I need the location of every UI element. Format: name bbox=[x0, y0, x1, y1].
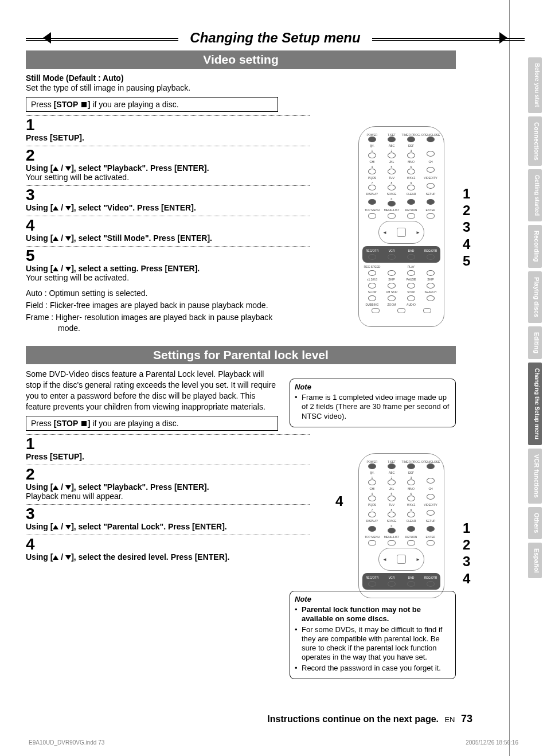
print-footer: E9A10UD_DVR90VG.indd 73 2005/12/26 18:56… bbox=[29, 739, 518, 746]
box1-bold: [STOP bbox=[54, 100, 80, 109]
step-text: Using [ / ], select the desired level. P… bbox=[26, 552, 310, 562]
side-tab[interactable]: Getting started bbox=[528, 169, 542, 221]
footer-file: E9A10UD_DVR90VG.indd 73 bbox=[29, 739, 104, 746]
step-text: Using [ / ], select "Still Mode". Press … bbox=[26, 233, 310, 243]
chevron-left-icon bbox=[43, 32, 51, 44]
page-banner: Changing the Setup menu bbox=[26, 29, 525, 47]
step-number: 5 bbox=[26, 248, 310, 264]
remote-control-diagram-1: POWERT-SETTIMER PROG.OPEN/CLOSE@!.ABCDEF… bbox=[358, 126, 444, 327]
step-number: 2 bbox=[26, 147, 310, 163]
box2-pre: Press bbox=[31, 419, 54, 428]
step-text: Press [SETUP]. bbox=[26, 133, 310, 142]
step-number: 1 bbox=[26, 117, 310, 133]
step-text: Using [ / ], select "Video". Press [ENTE… bbox=[26, 203, 310, 212]
still-mode-desc: Set the type of still image in pausing p… bbox=[26, 83, 456, 93]
box1-post: if you are playing a disc. bbox=[91, 100, 179, 109]
step-number: 3 bbox=[26, 506, 310, 522]
side-tab[interactable]: Playing discs bbox=[528, 271, 542, 323]
side-tab[interactable]: Before you start bbox=[528, 57, 542, 113]
footer-timestamp: 2005/12/26 18:56:16 bbox=[466, 739, 518, 746]
step-text: Using [ / ], select a setting. Press [EN… bbox=[26, 264, 310, 282]
parental-intro: Some DVD-Video discs feature a Parental … bbox=[26, 369, 278, 412]
remote2-callout-left: 4 bbox=[335, 492, 343, 509]
box2-bold: [STOP bbox=[54, 419, 80, 428]
step-number: 4 bbox=[26, 536, 310, 552]
side-tab[interactable]: Changing the Setup menu bbox=[528, 363, 542, 445]
stop-icon bbox=[81, 102, 87, 107]
remote1-callouts: 12345 bbox=[463, 185, 470, 268]
press-stop-box-1: Press [STOP ] if you are playing a disc. bbox=[26, 97, 278, 112]
section-parental-lock: Settings for Parental lock level bbox=[26, 346, 456, 364]
step-text: Using [ / ], select "Playback". Press [E… bbox=[26, 482, 310, 501]
still-mode-heading: Still Mode (Default : Auto) bbox=[26, 73, 456, 83]
step-text: Press [SETUP]. bbox=[26, 452, 310, 461]
note-box-1: Note Frame is 1 completed video image ma… bbox=[290, 379, 456, 427]
step-text: Using [ / ], select "Playback". Press [E… bbox=[26, 163, 310, 182]
side-tab[interactable]: Editing bbox=[528, 326, 542, 359]
press-stop-box-2: Press [STOP ] if you are playing a disc. bbox=[26, 416, 278, 431]
side-tab[interactable]: Recording bbox=[528, 225, 542, 267]
section-video-setting: Video setting bbox=[26, 50, 456, 69]
side-tab[interactable]: VCR functions bbox=[528, 449, 542, 504]
side-tab[interactable]: Español bbox=[528, 543, 542, 579]
still-mode-options: Auto : Optimun setting is selected.Field… bbox=[26, 288, 295, 334]
banner-title: Changing the Setup menu bbox=[178, 30, 372, 46]
step-number: 4 bbox=[26, 217, 310, 233]
remote-control-diagram-2: POWERT-SETTIMER PROG.OPEN/CLOSE@!.ABCDEF… bbox=[358, 453, 444, 598]
note2-title: Note bbox=[295, 595, 451, 603]
side-tabs: Before you startConnectionsGetting start… bbox=[528, 57, 542, 578]
note-item: For some DVDs, it may be difficult to fi… bbox=[295, 625, 451, 663]
box2-post: if you are playing a disc. bbox=[91, 419, 179, 428]
option-line: Frame : Higher- resolution images are pl… bbox=[26, 312, 295, 334]
note-item: Parental lock function may not be availa… bbox=[295, 605, 451, 624]
continue-footer: Instructions continue on the next page. … bbox=[267, 713, 472, 725]
stop-icon bbox=[81, 421, 87, 426]
side-tab[interactable]: Others bbox=[528, 507, 542, 539]
step-number: 3 bbox=[26, 187, 310, 203]
note-item: Frame is 1 completed video image made up… bbox=[295, 393, 451, 421]
step-text: Using [ / ], select "Parental Lock". Pre… bbox=[26, 522, 310, 531]
side-tab[interactable]: Connections bbox=[528, 116, 542, 166]
box1-pre: Press bbox=[31, 100, 54, 109]
chevron-right-icon bbox=[499, 32, 507, 44]
note-box-2: Note Parental lock function may not be a… bbox=[290, 591, 456, 679]
note-item: Record the password in case you forget i… bbox=[295, 664, 451, 673]
step-number: 2 bbox=[26, 466, 310, 482]
remote2-callouts: 1234 bbox=[463, 519, 470, 586]
note1-title: Note bbox=[295, 383, 451, 391]
option-line: Field : Flicker-free images are played b… bbox=[26, 300, 295, 311]
option-line: Auto : Optimun setting is selected. bbox=[26, 288, 295, 299]
step-number: 1 bbox=[26, 436, 310, 452]
